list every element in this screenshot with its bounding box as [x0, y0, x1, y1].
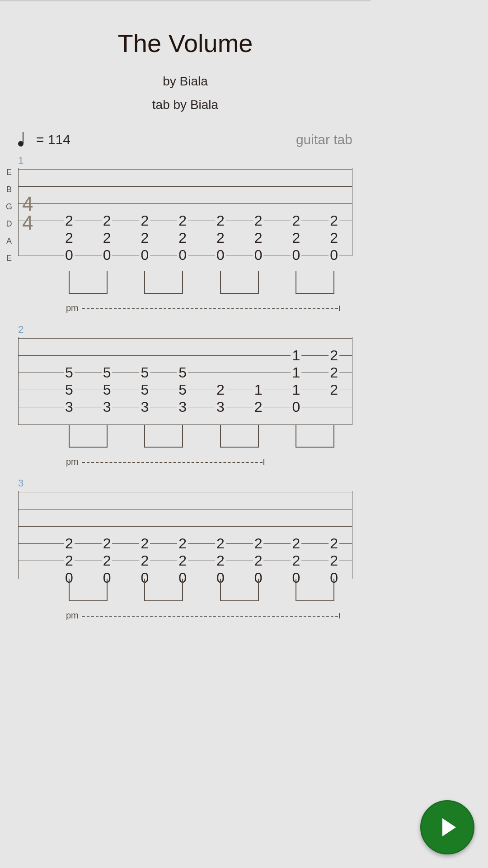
tempo-value: = 114: [36, 132, 70, 147]
fret-number: 0: [253, 247, 264, 264]
staff[interactable]: 55355355355323121110222: [18, 337, 352, 425]
fret-number: 2: [215, 230, 226, 246]
song-title: The Volume: [0, 28, 371, 58]
fret-number: 3: [139, 399, 150, 415]
rhythm-stems: [18, 271, 352, 303]
palm-mute-row: pm: [18, 457, 352, 470]
measure: 3220220220220220220220220pm: [0, 477, 371, 624]
artist-line: by Biala: [0, 74, 371, 89]
string-label: D: [0, 215, 18, 232]
string-label: G: [0, 198, 18, 215]
fret-number: 5: [177, 382, 188, 398]
fret-number: 2: [177, 552, 188, 569]
measure-number: 3: [18, 477, 371, 489]
fret-number: 2: [64, 552, 75, 569]
fret-number: 2: [64, 230, 75, 246]
measure: 255355355355323121110222pm: [0, 324, 371, 470]
fret-number: 0: [139, 247, 150, 264]
fret-number: 2: [102, 212, 113, 229]
tabber-line: tab by Biala: [0, 98, 371, 112]
palm-mute-label: pm: [66, 303, 79, 313]
palm-mute-label: pm: [66, 457, 79, 467]
palm-mute-row: pm: [18, 610, 352, 624]
fret-number: 2: [328, 212, 339, 229]
fret-number: 0: [215, 247, 226, 264]
fret-number: 2: [291, 212, 301, 229]
fret-number: 2: [102, 552, 113, 569]
fret-number: 1: [291, 364, 301, 381]
fret-number: 3: [215, 399, 226, 415]
palm-mute-label: pm: [66, 610, 79, 621]
fret-number: 2: [253, 399, 264, 415]
fret-number: 2: [328, 552, 339, 569]
fret-number: 5: [102, 382, 113, 398]
rhythm-stems: [18, 425, 352, 457]
fret-number: 2: [253, 535, 264, 552]
fret-number: 2: [177, 212, 188, 229]
fret-number: 0: [102, 247, 113, 264]
measure-number: 2: [18, 324, 371, 335]
fret-number: 2: [177, 535, 188, 552]
rhythm-stems: [18, 579, 352, 610]
fret-number: 2: [139, 552, 150, 569]
fret-number: 5: [177, 364, 188, 381]
fret-number: 2: [215, 382, 226, 398]
fret-number: 2: [291, 535, 301, 552]
fret-number: 2: [253, 212, 264, 229]
fret-number: 5: [64, 382, 75, 398]
fret-number: 3: [64, 399, 75, 415]
fret-number: 0: [64, 247, 75, 264]
fret-number: 0: [328, 247, 339, 264]
fret-number: 5: [102, 364, 113, 381]
string-label: E: [0, 250, 18, 267]
fret-number: 3: [102, 399, 113, 415]
fret-number: 1: [291, 382, 301, 398]
string-labels: EBGDAE: [0, 168, 18, 271]
fret-number: 2: [253, 552, 264, 569]
quarter-note-icon: [18, 133, 28, 146]
fret-number: 2: [328, 535, 339, 552]
measure: 1EBGDAE44220220220220220220220220pm: [0, 155, 371, 316]
fret-number: 2: [328, 364, 339, 381]
fret-number: 2: [139, 535, 150, 552]
fret-number: 3: [177, 399, 188, 415]
string-label: B: [0, 181, 18, 198]
fret-number: 2: [139, 230, 150, 246]
fret-number: 5: [139, 364, 150, 381]
header: The Volume by Biala tab by Biala: [0, 1, 371, 112]
info-row: = 114 guitar tab: [0, 112, 371, 147]
fret-number: 2: [291, 230, 301, 246]
fret-number: 0: [291, 247, 301, 264]
fret-number: 2: [215, 212, 226, 229]
fret-number: 1: [291, 347, 301, 364]
fret-number: 2: [64, 212, 75, 229]
fret-number: 2: [328, 230, 339, 246]
fret-number: 0: [177, 247, 188, 264]
palm-mute-row: pm: [18, 303, 352, 316]
fret-number: 2: [139, 212, 150, 229]
string-label: E: [0, 164, 18, 181]
fret-number: 2: [253, 230, 264, 246]
fret-number: 2: [64, 535, 75, 552]
fret-number: 2: [177, 230, 188, 246]
string-label: A: [0, 232, 18, 250]
fret-number: 2: [215, 535, 226, 552]
fret-number: 2: [215, 552, 226, 569]
tempo: = 114: [18, 132, 70, 147]
fret-number: 2: [328, 347, 339, 364]
staff[interactable]: 44220220220220220220220220: [18, 168, 352, 256]
staff[interactable]: 220220220220220220220220: [18, 491, 352, 579]
fret-number: 2: [102, 230, 113, 246]
fret-number: 5: [64, 364, 75, 381]
fret-number: 2: [291, 552, 301, 569]
fret-number: 2: [102, 535, 113, 552]
time-signature: 44: [22, 194, 33, 232]
measure-number: 1: [18, 155, 371, 166]
fret-number: 1: [253, 382, 264, 398]
fret-number: 2: [328, 382, 339, 398]
instrument-label: guitar tab: [296, 132, 352, 147]
fret-number: 5: [139, 382, 150, 398]
fret-number: 0: [291, 399, 301, 415]
